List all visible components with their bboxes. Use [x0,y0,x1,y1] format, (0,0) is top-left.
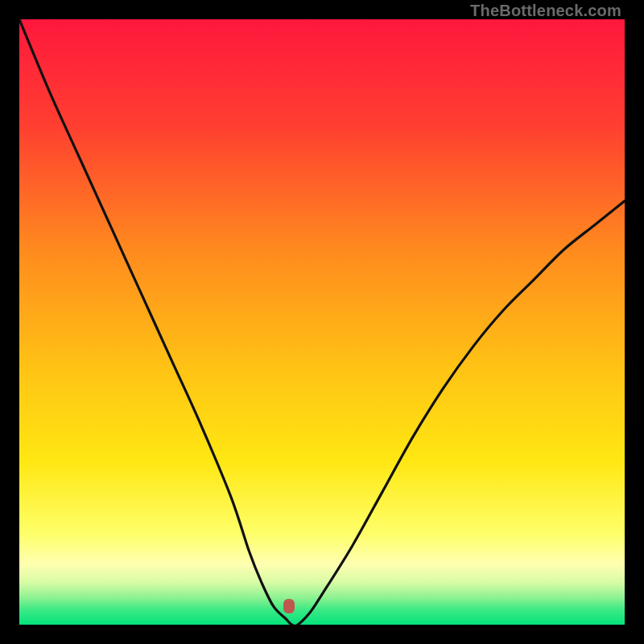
chart-plot-area [19,19,625,625]
bottleneck-curve [19,19,625,625]
watermark-text: TheBottleneck.com [470,2,621,20]
optimum-marker-icon [283,599,295,613]
